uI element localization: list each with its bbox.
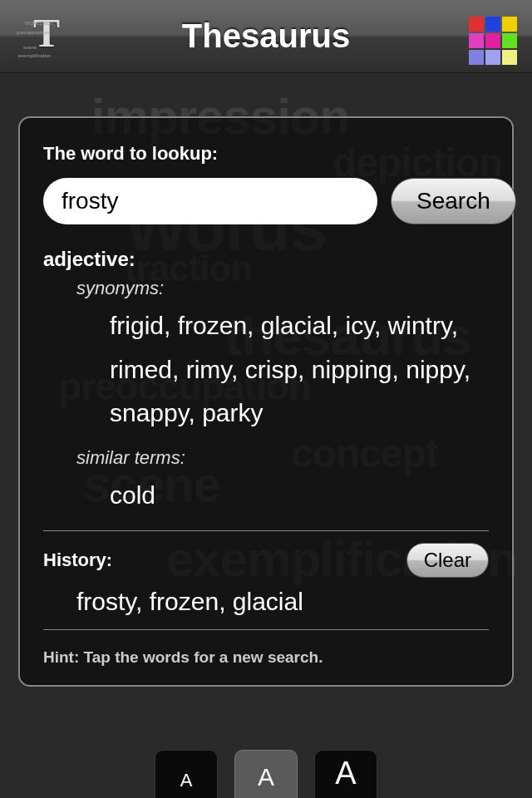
font-large-button[interactable]: A [314, 750, 377, 798]
header-bar: T impression presupposition scene exempl… [0, 0, 532, 73]
synonyms-label: synonyms: [76, 278, 489, 299]
color-swatch [485, 17, 500, 32]
clear-history-button[interactable]: Clear [406, 543, 489, 578]
color-swatch [502, 33, 517, 48]
color-swatch [502, 50, 517, 65]
color-swatch [485, 33, 500, 48]
color-swatch [485, 50, 500, 65]
similar-terms-label: similar terms: [76, 447, 489, 469]
font-small-button[interactable]: A [155, 750, 218, 798]
hint-text: Hint: Tap the words for a new search. [43, 648, 489, 667]
part-of-speech-label: adjective: [43, 248, 489, 271]
history-row: History: Clear [43, 543, 489, 578]
synonyms-list[interactable]: frigid, frozen, glacial, icy, wintry, ri… [110, 304, 489, 436]
page-title: Thesaurus [182, 17, 350, 55]
divider [43, 629, 489, 630]
color-swatch [469, 17, 484, 32]
color-swatch [502, 17, 517, 32]
search-label: The word to lookup: [43, 143, 489, 165]
divider [43, 530, 489, 531]
similar-terms-list[interactable]: cold [110, 474, 489, 518]
color-swatch [469, 50, 484, 65]
history-list[interactable]: frosty, frozen, glacial [76, 588, 489, 616]
main-card: The word to lookup: Search adjective: sy… [18, 116, 514, 687]
font-medium-button[interactable]: A [234, 750, 298, 798]
color-swatch [469, 33, 484, 48]
app-logo: T impression presupposition scene exempl… [23, 15, 71, 63]
search-button[interactable]: Search [391, 178, 516, 224]
search-row: Search [43, 178, 489, 224]
history-label: History: [43, 549, 112, 571]
font-size-row: A A A [0, 750, 532, 798]
search-input[interactable] [43, 178, 377, 224]
color-grid-button[interactable] [469, 17, 517, 65]
